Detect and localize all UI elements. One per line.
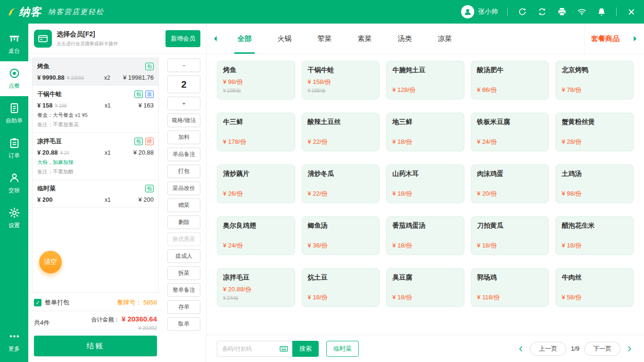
category-tab[interactable]: 全部: [224, 24, 264, 54]
sync-icon[interactable]: [517, 7, 528, 17]
category-tab[interactable]: 素菜: [345, 24, 385, 54]
menu-item-card[interactable]: 北京烤鸭 ¥ 78/份: [555, 61, 634, 99]
checkout-button[interactable]: 结账: [34, 336, 157, 356]
next-page-button[interactable]: 下一页: [584, 342, 620, 356]
pack-all-checkbox[interactable]: ✓: [34, 299, 41, 306]
order-item[interactable]: 干锅牛蛙 包 改 ¥ 158 ¥ 168 x1 ¥ 163: [33, 86, 158, 133]
clear-order-button[interactable]: 清空: [39, 251, 62, 273]
menu-item-card[interactable]: 牛腩炖土豆 ¥ 128/份: [386, 61, 464, 99]
menu-item-card[interactable]: 肉沫鸡蛋 ¥ 20/份: [471, 165, 549, 203]
menu-item-card[interactable]: 干锅牛蛙 ¥ 158/份 ¥ 168/份: [302, 61, 380, 99]
menu-item-card[interactable]: 牛肉丝 ¥ 58/份: [555, 268, 634, 307]
menu-item-card[interactable]: 鲫鱼汤 ¥ 36/份: [302, 216, 380, 255]
wifi-icon[interactable]: [577, 7, 587, 17]
dish-name: 铁板米豆腐: [477, 118, 543, 126]
search-button[interactable]: 搜索: [292, 341, 319, 357]
action-button[interactable]: +: [167, 97, 200, 110]
order-item[interactable]: 临时菜 包 ¥ 200 x1 ¥ 200: [33, 180, 158, 208]
action-button[interactable]: 打包: [167, 165, 200, 178]
menu-item-card[interactable]: 清炒藕片 ¥ 26/份: [217, 165, 295, 203]
tabs-scroll-right-icon[interactable]: [626, 24, 644, 54]
action-button[interactable]: 规格/做法: [167, 114, 200, 127]
action-button[interactable]: 换优惠菜: [167, 232, 200, 246]
menu-item-card[interactable]: 酸汤肥牛 ¥ 66/份: [471, 61, 549, 99]
order-item[interactable]: 烤鱼 包 ¥ 9990.88 ¥ 10000 x2 ¥ 19981.76: [33, 58, 158, 86]
action-button[interactable]: 删除: [167, 215, 200, 229]
category-tab[interactable]: 火锅: [264, 24, 305, 54]
printer-icon[interactable]: [557, 7, 567, 17]
member-select-header[interactable]: 选择会员[F2] 点击进行会员搜索或刷卡操作 新增会员: [28, 24, 206, 54]
dish-name: 清炒藕片: [223, 170, 289, 178]
menu-item-card[interactable]: 铁板米豆腐 ¥ 24/份: [471, 113, 549, 151]
order-item-name: 凉拌毛豆: [37, 137, 132, 146]
dish-price: ¥ 178/份: [223, 138, 289, 146]
dish-name: 凉拌毛豆: [223, 273, 289, 282]
close-icon[interactable]: ×: [626, 7, 636, 17]
category-tab[interactable]: 荤菜: [305, 24, 345, 54]
action-button[interactable]: 菜品改价: [167, 181, 200, 195]
action-button[interactable]: 提成人: [167, 249, 200, 263]
keyboard-icon[interactable]: [279, 344, 289, 354]
dish-name: 番茄鸡蛋汤: [392, 222, 458, 230]
chevron-right-icon[interactable]: [625, 345, 634, 353]
order-item[interactable]: 凉拌毛豆 包 赠 ¥ 20.88 ¥ 24 x1 ¥ 20.88: [33, 133, 158, 180]
menu-item-card[interactable]: 土鸡汤 ¥ 98/份: [555, 165, 634, 203]
dish-name: 清炒冬瓜: [308, 170, 374, 178]
action-button[interactable]: 拆菜: [167, 266, 200, 280]
menu-item-card[interactable]: 凉拌毛豆 ¥ 20.88/份 ¥ 24/份: [217, 268, 295, 307]
menu-item-card[interactable]: 地三鲜 ¥ 18/份: [386, 113, 464, 151]
action-button[interactable]: 加料: [167, 131, 200, 144]
action-button[interactable]: 赠菜: [167, 198, 200, 212]
order-item-total: ¥ 20.88: [124, 149, 154, 156]
bottom-bar: 搜索 临时菜 上一页 1/9 下一页: [206, 335, 644, 362]
refresh-icon[interactable]: [537, 7, 547, 17]
order-item-qty: x1: [105, 197, 124, 203]
category-tab[interactable]: 汤类: [385, 24, 425, 54]
menu-item-card[interactable]: 酸辣土豆丝 ¥ 22/份: [302, 113, 380, 151]
chevron-left-icon[interactable]: [517, 345, 525, 353]
temp-dish-button[interactable]: 临时菜: [326, 341, 359, 357]
category-tab[interactable]: 凉菜: [425, 24, 465, 54]
add-member-button[interactable]: 新增会员: [165, 30, 200, 47]
menu-item-card[interactable]: 炕土豆 ¥ 18/份: [302, 268, 380, 307]
menu-item-card[interactable]: 山药木耳 ¥ 18/份: [386, 165, 464, 203]
action-button[interactable]: 存单: [167, 300, 200, 314]
sidebar-item-settings[interactable]: 设置: [0, 201, 28, 236]
total-label: 合计金额：: [91, 316, 119, 323]
sidebar-item-more[interactable]: 更多: [0, 324, 28, 359]
pos-app: 纳客 纳客营店更轻松 张小帅: [0, 0, 644, 362]
tabs-scroll-left-icon[interactable]: [206, 24, 224, 54]
prev-page-button[interactable]: 上一页: [530, 342, 566, 356]
sidebar-item-orders[interactable]: 订单: [0, 131, 28, 166]
avatar: [461, 5, 474, 18]
action-button[interactable]: 2: [167, 75, 200, 93]
action-button[interactable]: −: [167, 58, 200, 72]
dish-price: ¥ 18/份: [392, 138, 458, 146]
action-button[interactable]: 整单备注: [167, 283, 200, 297]
total-amount: ¥ 20360.64: [122, 315, 157, 323]
sidebar-item-shift[interactable]: 交班: [0, 166, 28, 201]
menu-item-card[interactable]: 番茄鸡蛋汤 ¥ 18/份: [386, 216, 464, 255]
action-button[interactable]: 单品备注: [167, 148, 200, 161]
menu-item-card[interactable]: 郭场鸡 ¥ 118/份: [471, 268, 549, 307]
item-count: 共4件: [34, 319, 50, 327]
dish-price: ¥ 18/份: [477, 241, 543, 250]
menu-item-card[interactable]: 烤鱼 ¥ 98/份 ¥ 108/份: [217, 61, 295, 99]
sidebar-item-tables[interactable]: 桌台: [0, 26, 28, 61]
sidebar-item-ordering[interactable]: 点餐: [0, 61, 28, 96]
combo-products-tab[interactable]: 套餐商品: [584, 24, 626, 54]
menu-item-card[interactable]: 牛三鲜 ¥ 178/份: [217, 113, 295, 151]
menu-item-card[interactable]: 蟹黄粉丝煲 ¥ 28/份: [555, 113, 634, 151]
menu-item-card[interactable]: 奥尔良鸡翅 ¥ 24/份: [217, 216, 295, 255]
menu-item-card[interactable]: 臭豆腐 ¥ 18/份: [386, 268, 464, 307]
order-summary: 共4件 合计金额： ¥ 20360.64 ¥ 20392: [28, 311, 163, 332]
menu-item-card[interactable]: 刀拍黄瓜 ¥ 18/份: [471, 216, 549, 255]
dish-price: ¥ 24/份: [223, 241, 289, 250]
sidebar-item-selfservice[interactable]: 自助单: [0, 96, 28, 131]
menu-item-card[interactable]: 清炒冬瓜 ¥ 22/份: [302, 165, 380, 203]
bell-icon[interactable]: [596, 7, 607, 17]
action-button[interactable]: 取单: [167, 317, 200, 331]
menu-item-card[interactable]: 醋泡花生米 ¥ 18/份: [555, 216, 634, 255]
menu-grid: 烤鱼 ¥ 98/份 ¥ 108/份 干锅牛蛙 ¥ 158/份 ¥ 168/份: [206, 54, 644, 335]
user-menu[interactable]: 张小帅: [461, 5, 498, 18]
